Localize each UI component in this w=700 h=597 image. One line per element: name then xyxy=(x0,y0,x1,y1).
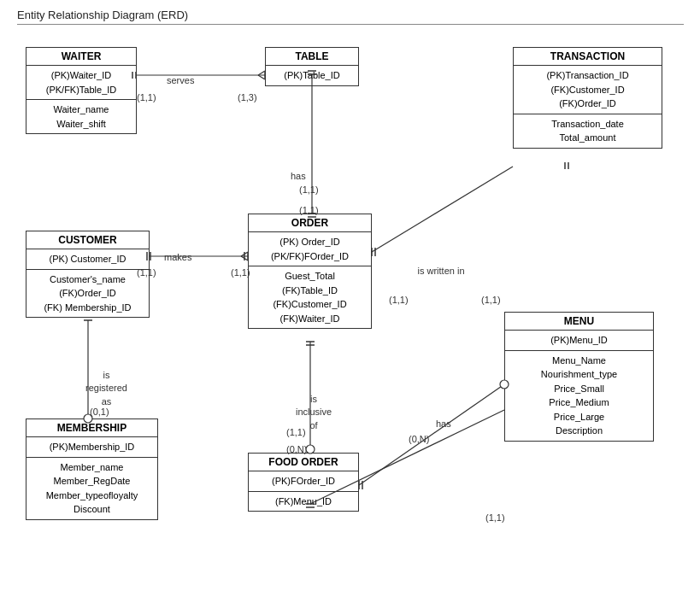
waiter-header: WAITER xyxy=(26,48,136,66)
entity-table: TABLE (PK)Table_ID xyxy=(265,47,359,86)
rel-has-menu-label: has xyxy=(436,418,451,429)
membership-header: MEMBERSHIP xyxy=(26,419,157,437)
svg-line-18 xyxy=(372,167,513,252)
waiter-fields: Waiter_name Waiter_shift xyxy=(26,99,136,133)
rel-has-label: has xyxy=(291,171,306,181)
entity-transaction: TRANSACTION (PK)Transaction_ID (FK)Custo… xyxy=(513,47,662,149)
transaction-fields: Transaction_date Total_amount xyxy=(514,114,662,148)
customer-pk-fields: (PK) Customer_ID xyxy=(26,249,149,269)
rel-registered-label: isregisteredas xyxy=(85,369,127,408)
waiter-pk-fields: (PK)Waiter_ID (PK/FK)Table_ID xyxy=(26,66,136,99)
svg-line-15 xyxy=(241,256,248,260)
food-order-header: FOOD ORDER xyxy=(249,454,358,471)
order-pk-fields: (PK) Order_ID (PK/FK)FOrder_ID xyxy=(249,232,371,266)
rel-has-menu-card1: (0,N) xyxy=(409,434,429,444)
rel-makes-card1: (1,1) xyxy=(137,267,156,278)
menu-fields: Menu_Name Nourishment_type Price_Small P… xyxy=(505,350,653,441)
rel-makes-label: makes xyxy=(164,252,191,262)
rel-inclusive-card1: (1,1) xyxy=(286,427,306,437)
rel-written-card1: (1,1) xyxy=(389,295,409,305)
table-pk-fields: (PK)Table_ID xyxy=(266,66,358,85)
menu-pk-fields: (PK)Menu_ID xyxy=(505,331,653,350)
entity-menu: MENU (PK)Menu_ID Menu_Name Nourishment_t… xyxy=(504,312,654,442)
order-fields: Guest_Total (FK)Table_ID (FK)Customer_ID… xyxy=(249,266,371,328)
rel-serves-label: serves xyxy=(167,75,194,85)
entity-membership: MEMBERSHIP (PK)Membership_ID Member_name… xyxy=(26,418,158,520)
rel-serves-card1: (1,1) xyxy=(137,92,156,102)
rel-has-menu-card2: (1,1) xyxy=(485,512,505,523)
page-title: Entity Relationship Diagram (ERD) xyxy=(17,9,188,21)
food-order-pk-fields: (PK)FOrder_ID xyxy=(249,471,358,491)
entity-food-order: FOOD ORDER (PK)FOrder_ID (FK)Menu_ID xyxy=(248,453,359,512)
title-divider xyxy=(17,24,684,25)
rel-inclusive-card2: (0,N) xyxy=(286,444,307,454)
rel-has-card2: (1,1) xyxy=(299,205,319,215)
rel-serves-card2: (1,3) xyxy=(238,92,257,102)
transaction-header: TRANSACTION xyxy=(514,48,662,66)
svg-line-3 xyxy=(258,71,265,75)
customer-fields: Customer's_name (FK)Order_ID (FK) Member… xyxy=(26,269,149,318)
entity-order: ORDER (PK) Order_ID (PK/FK)FOrder_ID Gue… xyxy=(248,214,372,329)
rel-has-card1: (1,1) xyxy=(299,184,319,195)
entity-waiter: WAITER (PK)Waiter_ID (PK/FK)Table_ID Wai… xyxy=(26,47,137,134)
transaction-pk-fields: (PK)Transaction_ID (FK)Customer_ID (FK)O… xyxy=(514,66,662,114)
rel-written-label: is written in xyxy=(407,265,475,277)
entity-customer: CUSTOMER (PK) Customer_ID Customer's_nam… xyxy=(26,231,150,318)
rel-makes-card2: (1,1) xyxy=(231,267,250,278)
membership-pk-fields: (PK)Membership_ID xyxy=(26,437,157,457)
rel-written-card2: (1,1) xyxy=(481,295,501,305)
svg-line-30 xyxy=(359,384,504,485)
svg-line-14 xyxy=(241,252,248,256)
table-header: TABLE xyxy=(266,48,358,66)
menu-header: MENU xyxy=(505,313,653,331)
customer-header: CUSTOMER xyxy=(26,231,149,249)
food-order-fields: (FK)Menu_ID xyxy=(249,491,358,512)
svg-line-4 xyxy=(258,75,265,79)
order-header: ORDER xyxy=(249,214,371,232)
membership-fields: Member_name Member_RegDate Member_typeof… xyxy=(26,457,157,519)
rel-registered-card1: (0,1) xyxy=(90,407,109,417)
